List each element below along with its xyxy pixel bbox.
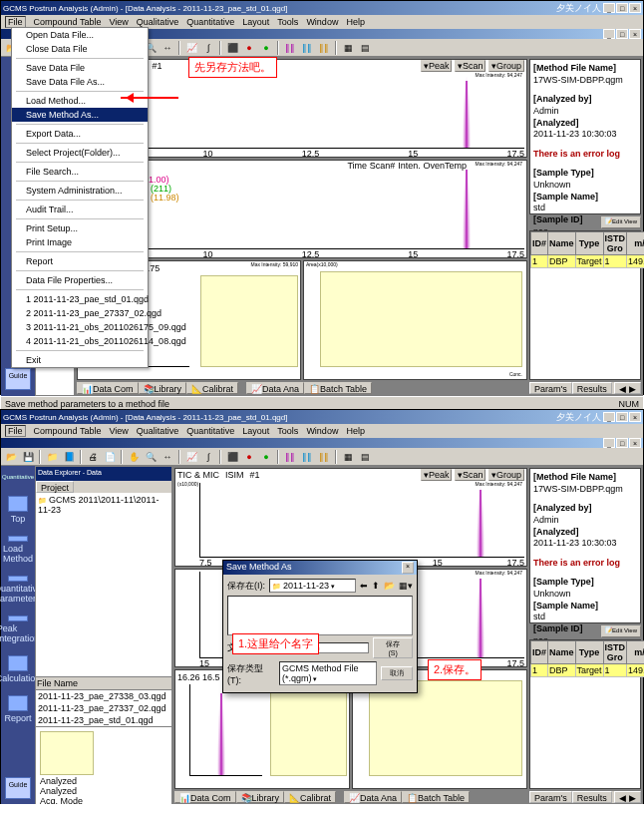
- compound-table[interactable]: ID# Name Type ISTD Gro m/z 1 DBP Target …: [529, 230, 641, 380]
- annotation-save-method: 先另存方法吧。: [188, 57, 277, 78]
- file-pane[interactable]: [227, 596, 413, 635]
- tool-red-icon[interactable]: ●: [241, 40, 257, 56]
- close-button[interactable]: ×: [629, 412, 641, 422]
- menu-qualitative[interactable]: Qualitative: [137, 17, 179, 27]
- rail-report[interactable]: Report: [4, 695, 32, 723]
- menu-item[interactable]: Print Setup...: [12, 221, 148, 235]
- explorer-tab-project[interactable]: Project: [36, 481, 74, 493]
- inner-minimize[interactable]: _: [603, 29, 615, 39]
- file-list[interactable]: File Name 2011-11-23_pae_27338_03.qgd 20…: [36, 676, 171, 726]
- filetype-dropdown[interactable]: GCMS Method File (*.qgm) ▾: [279, 661, 377, 685]
- rail-top[interactable]: Top: [4, 496, 32, 524]
- tool-bars2-icon[interactable]: ‖‖: [299, 40, 315, 56]
- back-icon[interactable]: ⬅: [360, 581, 368, 591]
- menu-item[interactable]: 2 2011-11-23_pae_27337_02.qgd: [12, 306, 148, 320]
- tool-integ-icon[interactable]: ∫: [200, 40, 216, 56]
- table-row[interactable]: 1 DBP Target 1 149.00: [531, 664, 645, 677]
- tool-open-icon[interactable]: 📂: [3, 449, 19, 465]
- list-item[interactable]: 2011-11-23_pae_27338_03.qgd: [36, 690, 171, 702]
- menu-quantitative[interactable]: Quantitative: [186, 17, 234, 27]
- menu-item[interactable]: Save Data File: [12, 61, 148, 75]
- tab-params[interactable]: Param's: [529, 382, 572, 394]
- rail-calc[interactable]: Calculation: [4, 655, 32, 683]
- rail-peak[interactable]: Peak Integration: [4, 615, 32, 643]
- inner-close[interactable]: ×: [629, 29, 641, 39]
- menu-item[interactable]: Export Data...: [12, 127, 148, 141]
- up-icon[interactable]: ⬆: [372, 581, 380, 591]
- dialog-title: Save Method As: [226, 562, 292, 574]
- tab-results[interactable]: Results: [572, 382, 612, 394]
- list-item[interactable]: 2011-11-23_pae_27337_02.qgd: [36, 702, 171, 714]
- menu-help[interactable]: Help: [346, 17, 365, 27]
- menu-item[interactable]: Save Method As...: [12, 108, 148, 122]
- menu-tools[interactable]: Tools: [277, 17, 298, 27]
- menu-item[interactable]: Open Data File...: [12, 28, 148, 42]
- list-item[interactable]: 2011-11-23_pae_std_01.qgd: [36, 714, 171, 726]
- tab-library[interactable]: 📚Library: [139, 382, 187, 394]
- project-tree[interactable]: 📁 GCMS 2011\2011-11\2011-11-23: [36, 493, 171, 676]
- menu-item[interactable]: Data File Properties...: [12, 273, 148, 287]
- menu-item[interactable]: Select Project(Folder)...: [12, 146, 148, 160]
- tool-grid2-icon[interactable]: ▤: [357, 40, 373, 56]
- method-info-panel: [Method File Name] 17WS-SIM-DBPP.qgm [An…: [529, 59, 641, 214]
- menu-item[interactable]: 4 2011-11-21_obs_2011026114_08.qgd: [12, 334, 148, 348]
- menu-item[interactable]: System Administration...: [12, 184, 148, 198]
- tool-save-icon[interactable]: 💾: [20, 449, 36, 465]
- cancel-button[interactable]: 取消: [381, 666, 413, 680]
- window-title: GCMS Postrun Analysis (Admin) - [Data An…: [3, 4, 556, 13]
- tab-batch[interactable]: 📋Batch Table: [304, 382, 372, 394]
- save-button[interactable]: 保存(S): [373, 637, 413, 658]
- inner-maximize[interactable]: □: [616, 29, 628, 39]
- title-bar: GCMS Postrun Analysis (Admin) - [Data An…: [1, 1, 643, 15]
- menu-item[interactable]: Save Data File As...: [12, 75, 148, 89]
- dialog-close-button[interactable]: ×: [402, 562, 414, 574]
- menu-view[interactable]: View: [109, 17, 128, 27]
- menu-item[interactable]: 1 2011-11-23_pae_std_01.qgd: [12, 292, 148, 306]
- screenshot-2: GCMS Postrun Analysis (Admin) - [Data An…: [0, 409, 644, 804]
- tool-bars1-icon[interactable]: ‖‖: [282, 40, 298, 56]
- title-bar: GCMS Postrun Analysis (Admin) - [Data An…: [1, 410, 643, 424]
- lookin-dropdown[interactable]: 📁 2011-11-23 ▾: [269, 579, 356, 593]
- rail-params[interactable]: Quantitative Parameters: [4, 576, 32, 604]
- menu-compound[interactable]: Compound Table: [34, 17, 102, 27]
- rail-load-method[interactable]: Load Method: [4, 536, 32, 564]
- tool-peak-icon[interactable]: 📈: [183, 40, 199, 56]
- guide-button[interactable]: Guide: [5, 777, 31, 799]
- menu-item[interactable]: Report: [12, 254, 148, 268]
- tool-arrow-icon[interactable]: ↔: [160, 40, 175, 56]
- table-row[interactable]: 1 DBP Target 1 149.00: [531, 255, 645, 268]
- tool-spectrum-icon[interactable]: ⬛: [224, 40, 240, 56]
- views-icon[interactable]: ▦▾: [399, 581, 413, 591]
- bottom-tabs: 📊Data Com 📚Library 📐Calibrat 📈Data Ana 📋…: [77, 382, 527, 394]
- tab-dataana[interactable]: 📈Data Ana: [246, 382, 304, 394]
- tab-datacom[interactable]: 📊Data Com: [77, 382, 139, 394]
- group-btn[interactable]: ▾Group: [488, 60, 524, 72]
- maximize-button[interactable]: □: [616, 412, 628, 422]
- menu-item[interactable]: Close Data File: [12, 42, 148, 56]
- minimize-button[interactable]: _: [603, 3, 615, 13]
- guide-button[interactable]: Guide: [5, 368, 31, 390]
- menu-item[interactable]: Audit Trail...: [12, 203, 148, 216]
- menu-item[interactable]: Print Image: [12, 235, 148, 249]
- menu-item[interactable]: 3 2011-11-21_obs_2011026175_09.qgd: [12, 320, 148, 334]
- menu-window[interactable]: Window: [306, 17, 338, 27]
- data-explorer: Data Explorer - Data Project 📁 GCMS 2011…: [35, 466, 172, 804]
- inner-title-bar: _□×: [1, 438, 643, 448]
- scan-btn[interactable]: ▾Scan: [455, 60, 486, 72]
- menu-item[interactable]: Exit: [12, 353, 148, 367]
- maximize-button[interactable]: □: [616, 3, 628, 13]
- tool-grid1-icon[interactable]: ▦: [340, 40, 356, 56]
- newfolder-icon[interactable]: 📂: [384, 581, 395, 591]
- menu-layout[interactable]: Layout: [242, 17, 269, 27]
- close-button[interactable]: ×: [629, 3, 641, 13]
- peak-btn[interactable]: ▾Peak: [421, 60, 453, 72]
- tool-bars3-icon[interactable]: ‖‖: [316, 40, 332, 56]
- tool-green-icon[interactable]: ●: [258, 40, 274, 56]
- edit-view-btn[interactable]: 📝Edit View: [601, 216, 641, 228]
- tab-calibrat[interactable]: 📐Calibrat: [186, 382, 238, 394]
- file-menu-dropdown[interactable]: Open Data File...Close Data FileSave Dat…: [11, 27, 149, 368]
- save-method-dialog: Save Method As × 保存在(I): 📁 2011-11-23 ▾ …: [222, 560, 418, 693]
- menu-bar[interactable]: File Compound Table View Qualitative Qua…: [1, 424, 643, 438]
- menu-item[interactable]: File Search...: [12, 165, 148, 179]
- minimize-button[interactable]: _: [603, 412, 615, 422]
